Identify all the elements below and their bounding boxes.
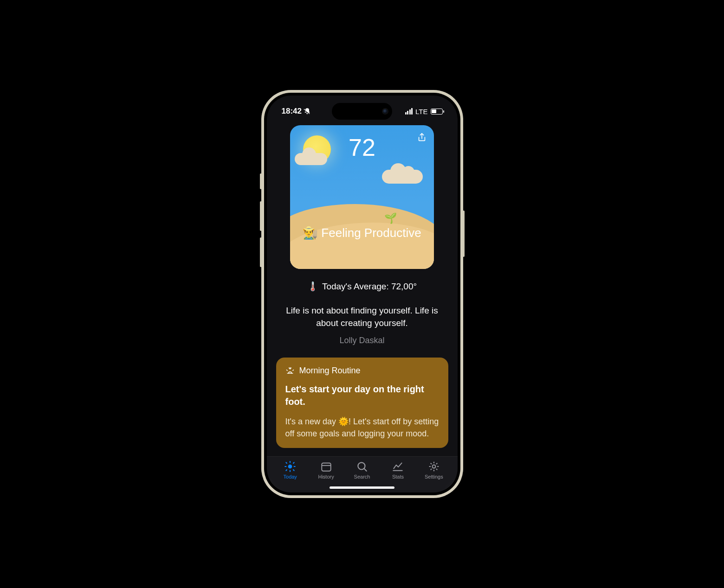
share-button[interactable] bbox=[415, 131, 428, 144]
svg-line-8 bbox=[293, 470, 294, 471]
svg-point-2 bbox=[288, 465, 292, 469]
cloud-icon bbox=[382, 170, 423, 184]
phone-frame: 18:42 LTE bbox=[261, 90, 463, 498]
svg-line-14 bbox=[364, 468, 366, 471]
routine-body: It's a new day 🌞! Let's start off by set… bbox=[285, 415, 439, 440]
power-button bbox=[463, 211, 465, 257]
network-label: LTE bbox=[415, 108, 427, 115]
today-average-text: Today's Average: 72,00° bbox=[322, 281, 417, 292]
mute-switch bbox=[260, 173, 262, 189]
morning-routine-card[interactable]: Morning Routine Let's start your day on … bbox=[276, 358, 448, 448]
svg-point-15 bbox=[432, 465, 435, 468]
svg-line-10 bbox=[286, 470, 287, 471]
tab-label: History bbox=[318, 474, 334, 479]
volume-down-button bbox=[260, 237, 262, 267]
tab-settings[interactable]: Settings bbox=[416, 460, 452, 479]
dynamic-island bbox=[332, 103, 392, 120]
svg-rect-11 bbox=[322, 463, 331, 471]
tab-label: Search bbox=[354, 474, 370, 479]
temperature-value: 72 bbox=[290, 134, 434, 161]
chart-icon bbox=[392, 460, 404, 473]
status-time: 18:42 bbox=[282, 107, 302, 116]
tab-label: Settings bbox=[425, 474, 443, 479]
tab-history[interactable]: History bbox=[308, 460, 344, 479]
mood-label-row: 👨‍🌾 Feeling Productive bbox=[290, 226, 434, 240]
svg-line-7 bbox=[286, 462, 287, 463]
screen: 18:42 LTE bbox=[267, 96, 458, 492]
bell-slash-icon bbox=[304, 108, 311, 115]
tab-stats[interactable]: Stats bbox=[380, 460, 416, 479]
quote-text: Life is not about finding yourself. Life… bbox=[276, 305, 448, 329]
quote-author: Lolly Daskal bbox=[276, 336, 448, 345]
sun-icon bbox=[284, 460, 296, 473]
cellular-signal-icon bbox=[405, 108, 413, 115]
search-icon bbox=[356, 460, 368, 473]
routine-label: Morning Routine bbox=[299, 366, 361, 376]
gear-icon bbox=[428, 460, 440, 473]
thermometer-icon: 🌡️ bbox=[307, 281, 318, 292]
share-icon bbox=[417, 132, 427, 142]
svg-line-9 bbox=[293, 462, 294, 463]
sprout-icon: 🌱 bbox=[384, 212, 397, 224]
mood-text: Feeling Productive bbox=[321, 226, 421, 240]
today-average-row: 🌡️ Today's Average: 72,00° bbox=[276, 281, 448, 292]
mood-emoji: 👨‍🌾 bbox=[303, 226, 317, 240]
front-camera bbox=[383, 109, 388, 114]
calendar-icon bbox=[320, 460, 332, 473]
tab-label: Stats bbox=[392, 474, 404, 479]
mood-weather-card[interactable]: 🌱 72 👨‍🌾 Feeling Productive bbox=[290, 125, 434, 269]
tab-label: Today bbox=[284, 474, 297, 479]
routine-title: Let's start your day on the right foot. bbox=[285, 383, 439, 408]
home-indicator[interactable] bbox=[330, 486, 394, 489]
main-content: 🌱 72 👨‍🌾 Feeling Productive bbox=[267, 123, 458, 456]
tab-today[interactable]: Today bbox=[272, 460, 308, 479]
battery-icon bbox=[431, 109, 443, 115]
volume-up-button bbox=[260, 201, 262, 231]
sunrise-icon bbox=[285, 366, 295, 376]
tab-search[interactable]: Search bbox=[344, 460, 380, 479]
